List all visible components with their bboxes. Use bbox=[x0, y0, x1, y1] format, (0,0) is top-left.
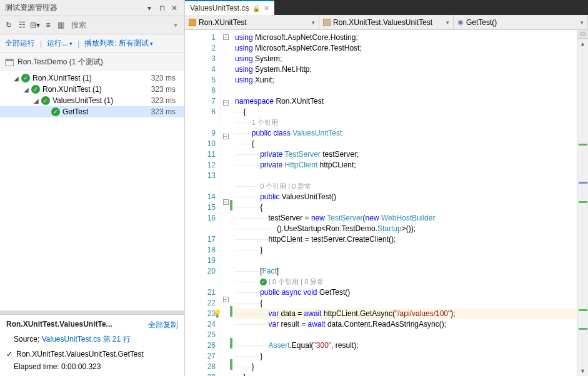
project-icon bbox=[189, 19, 196, 26]
crumb-class[interactable]: Ron.XUnitTest.ValuesUnitTest▾ bbox=[319, 15, 454, 29]
tree-row[interactable]: ◢✓Ron.XUnitTest (1)323 ms bbox=[0, 84, 184, 95]
filter-icon[interactable]: ▥ bbox=[56, 19, 66, 31]
refresh-icon[interactable]: ↻ bbox=[4, 19, 14, 31]
test-detail: Ron.XUnitTest.ValuesUnitTe... 全部复制 Sourc… bbox=[0, 314, 184, 376]
tab-bar: ValuesUnitTest.cs 🔒 ✕ bbox=[185, 0, 588, 15]
test-time: 323 ms bbox=[151, 96, 181, 105]
expand-icon[interactable]: ◢ bbox=[14, 75, 21, 82]
crumb-project[interactable]: Ron.XUnitTest▾ bbox=[185, 15, 319, 29]
search-input[interactable] bbox=[69, 19, 167, 31]
tree-row[interactable]: ✓GetTest323 ms bbox=[0, 106, 184, 117]
pass-icon: ✓ bbox=[21, 74, 30, 82]
scroll-up-icon[interactable]: ▲ bbox=[577, 39, 588, 49]
crumb-method[interactable]: ◉ GetTest()▾ bbox=[454, 15, 588, 29]
panel-header: 测试资源管理器 ▾ ⊓ ✕ bbox=[0, 0, 184, 16]
tree-row[interactable]: ◢✓ValuesUnitTest (1)323 ms bbox=[0, 95, 184, 106]
test-label: Ron.XUnitTest (1) bbox=[42, 85, 151, 94]
fold-icon[interactable]: − bbox=[223, 100, 229, 106]
close-icon[interactable]: ✕ bbox=[169, 3, 179, 13]
test-tree: ◢✓Ron.XUnitTest (1)323 ms◢✓Ron.XUnitTest… bbox=[0, 71, 184, 310]
pin-icon[interactable]: ⊓ bbox=[157, 3, 167, 13]
editor-panel: ValuesUnitTest.cs 🔒 ✕ Ron.XUnitTest▾ Ron… bbox=[185, 0, 588, 376]
pass-icon: ✓ bbox=[51, 107, 60, 116]
split-icon[interactable]: ▭ bbox=[577, 30, 588, 39]
vertical-scrollbar[interactable]: ▭ ▲ ▼ bbox=[577, 30, 588, 376]
tree-icon[interactable]: ☷ bbox=[17, 19, 27, 31]
test-time: 323 ms bbox=[151, 85, 181, 94]
dropdown-icon[interactable]: ▾ bbox=[144, 3, 154, 13]
run-link[interactable]: 运行... bbox=[47, 38, 72, 49]
elapsed-time: Elapsed time: 0:00:00.323 bbox=[14, 362, 178, 371]
pass-icon: ✓ bbox=[6, 350, 12, 359]
pass-icon: ✓ bbox=[41, 96, 50, 105]
copy-all-link[interactable]: 全部复制 bbox=[148, 320, 178, 330]
method-icon: ◉ bbox=[457, 18, 464, 26]
code-area[interactable]: using·Microsoft.AspNetCore.Hosting;using… bbox=[232, 30, 577, 376]
test-label: Ron.XUnitTest (1) bbox=[32, 74, 151, 82]
fold-column: −−−−− bbox=[221, 30, 230, 376]
result-name: Ron.XUnitTest.ValuesUnitTest.GetTest bbox=[16, 350, 144, 359]
panel-title: 测试资源管理器 bbox=[5, 2, 142, 13]
list-icon[interactable]: ≡ bbox=[42, 19, 53, 31]
test-time: 323 ms bbox=[151, 74, 181, 82]
run-all-link[interactable]: 全部运行 bbox=[5, 38, 35, 49]
project-icon bbox=[5, 59, 14, 66]
editor: 12345678910111213141516171819202122💡2324… bbox=[185, 30, 588, 376]
search-dropdown-icon[interactable]: ▾ bbox=[170, 19, 181, 31]
test-label: GetTest bbox=[62, 107, 151, 116]
playlist-link[interactable]: 播放列表: 所有测试 bbox=[84, 38, 153, 49]
hierarchy-icon[interactable]: ⊟▾ bbox=[30, 19, 41, 31]
file-tab[interactable]: ValuesUnitTest.cs 🔒 ✕ bbox=[185, 0, 274, 15]
group-label: Ron.TestDemo (1 个测试) bbox=[17, 57, 103, 67]
tab-label: ValuesUnitTest.cs bbox=[190, 4, 249, 12]
detail-name: Ron.XUnitTest.ValuesUnitTe... bbox=[6, 320, 112, 329]
tab-close-icon[interactable]: ✕ bbox=[264, 4, 269, 12]
source-link[interactable]: ValuesUnitTest.cs 第 21 行 bbox=[42, 335, 131, 344]
pass-icon: ✓ bbox=[31, 85, 40, 94]
expand-icon[interactable]: ◢ bbox=[34, 97, 41, 104]
lock-icon: 🔒 bbox=[252, 5, 260, 12]
expand-icon[interactable]: ◢ bbox=[24, 86, 31, 93]
class-icon bbox=[323, 19, 331, 26]
test-time: 323 ms bbox=[151, 107, 181, 116]
fold-icon[interactable]: − bbox=[223, 199, 229, 205]
source-label: Source: bbox=[14, 335, 39, 344]
fold-icon[interactable]: − bbox=[223, 134, 229, 139]
run-links: 全部运行 | 运行... | 播放列表: 所有测试 bbox=[0, 34, 184, 53]
fold-icon[interactable]: − bbox=[223, 34, 229, 40]
line-gutter: 12345678910111213141516171819202122💡2324… bbox=[185, 30, 221, 376]
tree-row[interactable]: ◢✓Ron.XUnitTest (1)323 ms bbox=[0, 72, 184, 84]
test-toolbar: ↻ ☷ ⊟▾ ≡ ▥ ▾ bbox=[0, 16, 184, 34]
test-group[interactable]: Ron.TestDemo (1 个测试) bbox=[0, 53, 184, 71]
breadcrumb: Ron.XUnitTest▾ Ron.XUnitTest.ValuesUnitT… bbox=[185, 15, 588, 30]
test-explorer-panel: 测试资源管理器 ▾ ⊓ ✕ ↻ ☷ ⊟▾ ≡ ▥ ▾ 全部运行 | 运行... … bbox=[0, 0, 185, 376]
test-label: ValuesUnitTest (1) bbox=[52, 96, 151, 105]
fold-icon[interactable]: − bbox=[223, 297, 229, 302]
scroll-down-icon[interactable]: ▼ bbox=[577, 366, 588, 376]
